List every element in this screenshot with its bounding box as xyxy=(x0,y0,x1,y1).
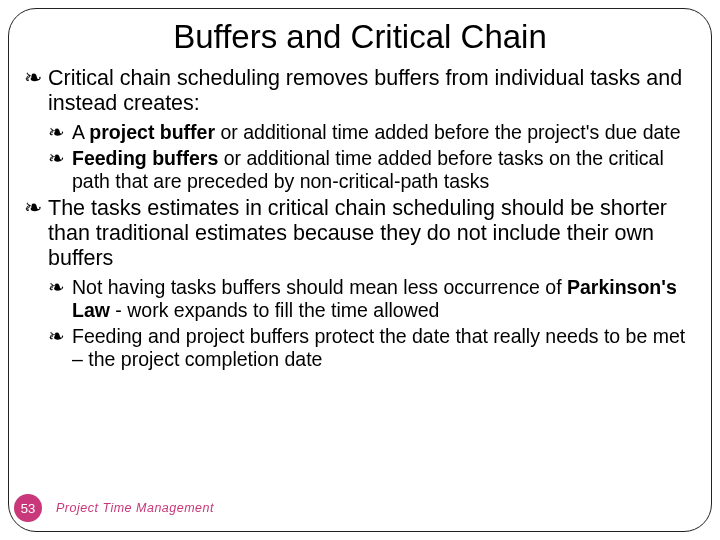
bullet-level1: The tasks estimates in critical chain sc… xyxy=(24,196,696,272)
bullet-level2: Feeding and project buffers protect the … xyxy=(24,325,696,371)
slide-title: Buffers and Critical Chain xyxy=(24,18,696,56)
bullet-text-pre: Not having tasks buffers should mean les… xyxy=(72,276,567,298)
bullet-level2: Not having tasks buffers should mean les… xyxy=(24,276,696,322)
bullet-level2: Feeding buffers or additional time added… xyxy=(24,147,696,193)
page-number: 53 xyxy=(21,501,35,516)
bullet-level2: A project buffer or additional time adde… xyxy=(24,121,696,144)
bullet-text-post: - work expands to fill the time allowed xyxy=(110,299,439,321)
bullet-text-post: or additional time added before the proj… xyxy=(215,121,681,143)
bullet-text-bold: project buffer xyxy=(89,121,215,143)
slide-content: Buffers and Critical Chain Critical chai… xyxy=(24,18,696,374)
bullet-level1: Critical chain scheduling removes buffer… xyxy=(24,66,696,117)
slide-footer: 53 Project Time Management xyxy=(14,494,214,522)
bullet-text-pre: A xyxy=(72,121,89,143)
bullet-text: The tasks estimates in critical chain sc… xyxy=(48,196,667,271)
footer-text: Project Time Management xyxy=(56,501,214,515)
bullet-text: Critical chain scheduling removes buffer… xyxy=(48,66,682,115)
bullet-text: Feeding and project buffers protect the … xyxy=(72,325,685,370)
bullet-text-bold: Feeding buffers xyxy=(72,147,218,169)
page-number-badge: 53 xyxy=(14,494,42,522)
